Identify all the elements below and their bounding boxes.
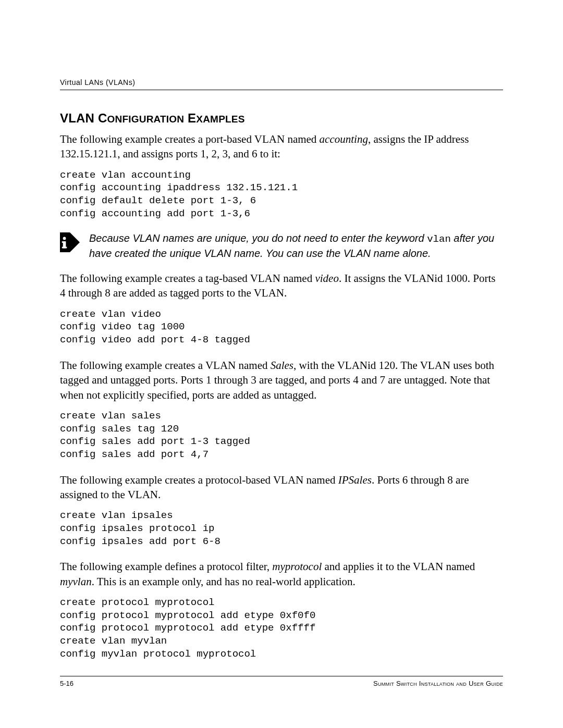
paragraph-ipsales: The following example creates a protocol… <box>60 473 503 502</box>
vlan-name-myvlan: myvlan <box>60 575 92 588</box>
note-text: Because VLAN names are unique, you do no… <box>89 231 503 261</box>
page: Virtual LANs (VLANs) VLAN CONFIGURATION … <box>0 0 563 728</box>
paragraph-accounting: The following example creates a port-bas… <box>60 132 503 162</box>
svg-point-2 <box>63 237 66 240</box>
header-rule <box>60 90 503 90</box>
note-block: Because VLAN names are unique, you do no… <box>60 231 503 261</box>
heading-part: E <box>184 111 196 125</box>
text: . This is an example only, and has no re… <box>92 575 356 588</box>
heading-part: VLAN C <box>60 111 107 125</box>
text: The following example defines a protocol… <box>60 560 272 573</box>
text: and applies it to the VLAN named <box>322 560 475 573</box>
vlan-name-accounting: accounting <box>320 133 368 145</box>
page-footer: 5-16 Summit Switch Installation and User… <box>60 676 503 687</box>
svg-rect-4 <box>62 242 65 243</box>
footer-rule <box>60 676 503 676</box>
footer-line: 5-16 Summit Switch Installation and User… <box>60 680 503 687</box>
paragraph-myprotocol: The following example defines a protocol… <box>60 559 503 589</box>
info-icon <box>60 232 80 252</box>
text: The following example creates a VLAN nam… <box>60 359 271 372</box>
text: The following example creates a port-bas… <box>60 133 320 145</box>
paragraph-sales: The following example creates a VLAN nam… <box>60 358 503 402</box>
section-heading: VLAN CONFIGURATION EXAMPLES <box>60 111 503 126</box>
keyword-vlan: vlan <box>427 233 451 245</box>
code-block-video: create vlan video config video tag 1000 … <box>60 308 503 347</box>
code-block-sales: create vlan sales config sales tag 120 c… <box>60 410 503 461</box>
page-number: 5-16 <box>60 680 74 687</box>
code-block-ipsales: create vlan ipsales config ipsales proto… <box>60 509 503 548</box>
heading-part: ONFIGURATION <box>107 114 185 125</box>
vlan-name-sales: Sales <box>271 359 293 372</box>
code-block-myprotocol: create protocol myprotocol config protoc… <box>60 596 503 660</box>
doc-title: Summit Switch Installation and User Guid… <box>373 680 503 687</box>
text: The following example creates a protocol… <box>60 474 338 486</box>
svg-marker-1 <box>70 232 80 252</box>
running-header-text: Virtual LANs (VLANs) <box>60 78 135 87</box>
heading-part: XAMPLES <box>196 114 244 125</box>
protocol-name: myprotocol <box>272 560 322 573</box>
vlan-name-video: video <box>315 272 338 285</box>
paragraph-video: The following example creates a tag-base… <box>60 271 503 301</box>
svg-rect-5 <box>62 247 67 249</box>
vlan-name-ipsales: IPSales <box>338 474 372 486</box>
code-block-accounting: create vlan accounting config accounting… <box>60 169 503 220</box>
text: Because VLAN names are unique, you do no… <box>89 232 427 244</box>
running-header: Virtual LANs (VLANs) <box>60 78 503 87</box>
text: The following example creates a tag-base… <box>60 272 315 285</box>
